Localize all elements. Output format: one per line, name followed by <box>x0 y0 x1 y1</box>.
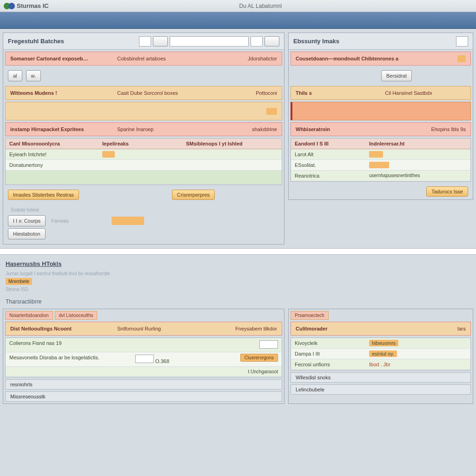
logo-blue-icon <box>8 3 15 9</box>
link-crisrer[interactable]: Crisrerperpres <box>172 190 215 200</box>
bottom-chip[interactable]: Mrembete <box>6 278 32 285</box>
footer-caption: Farreats <box>48 218 71 225</box>
bottom-left-grid: Colierons Fisnd nas 19 Mesavoneits Disra… <box>5 337 282 377</box>
toolbar-btn-a[interactable] <box>153 36 168 46</box>
left-row-2b <box>5 102 282 120</box>
bl-foot-0: resniohrls <box>5 379 282 390</box>
horizontal-divider <box>0 248 476 255</box>
br-row-0[interactable]: Kivoycleik hibeuomrs <box>291 338 470 349</box>
left-footer-label: Sodute tolieal <box>8 206 279 213</box>
bottom-right-grid: Kivoycleik hibeuomrs Dampa I IIt esiniul… <box>291 337 471 370</box>
left-sub-col-a: Canl Misorooonlycra <box>6 139 99 149</box>
left-sub-col-b: Iepelireaks <box>99 139 182 149</box>
br-foot-1: Lelincbubele <box>291 384 471 395</box>
bottom-right-row: Culitmorader Iars <box>291 322 471 336</box>
window-subtitle: Du AL Labatumnl <box>49 3 472 9</box>
bottom-sub1: Jurrae lurgait I eactrul thatbutt linol … <box>3 270 473 277</box>
bl-row-1[interactable]: Mesavoneits Disraba ar be losgelatictis.… <box>6 352 282 367</box>
left-panel-header: Fregestuhl Batches <box>3 33 284 50</box>
right-panel: Ebssunty Imaks Cousetdoann—mondnoult Chi… <box>288 33 473 200</box>
right-sub-hdr-a: Whbiseratroin <box>296 126 370 132</box>
input-b[interactable] <box>135 355 154 363</box>
brtab-0[interactable]: Prsamoectech <box>291 311 329 320</box>
right-sub-row-2[interactable]: Reanotrica usernhapusesnertintthes <box>291 171 470 181</box>
toolbar-input-b[interactable] <box>251 36 263 46</box>
bl-foot-1: Missreseousstk <box>5 391 282 402</box>
left-row-1-c3: Jdorshatictor <box>210 56 277 61</box>
left-row-1[interactable]: Somanser Cartonard exposeb… Cobsbindrel … <box>5 52 282 66</box>
left-sub-row-0-a: Eyiearh Intchrte! <box>6 149 99 159</box>
chip-icon <box>266 108 277 115</box>
br-row-2[interactable]: Fecrosi unfiorrs Ibod . Jbr <box>291 359 470 370</box>
left-sub-hdr-a: instamp Hirrapacket Expritees <box>10 126 117 132</box>
left-panel: Fregestuhl Batches Somanser Cartonard ex… <box>3 33 284 245</box>
left-sub-row-0[interactable]: Eyiearh Intchrte! <box>6 149 282 160</box>
right-tool-a[interactable] <box>456 36 468 46</box>
left-row-2[interactable]: Witteoms Mudens ! Casit Dube Sorcorol bo… <box>5 86 282 100</box>
right-row-1[interactable]: Cousetdoann—mondnoult Chibtenrones a <box>291 52 471 66</box>
right-row-1-c1: Cousetdoann—mondnoult Chibtenrones a <box>296 56 457 61</box>
bottom-right-panel: Prsamoectech Culitmorader Iars Kivoyclei… <box>288 309 473 404</box>
footer-btn-hiesta[interactable]: Hiestaboton <box>8 228 46 239</box>
right-sub-row-0[interactable]: Larot Alt <box>291 149 470 160</box>
right-sub-hdr: Whbiseratroin Ehopins Ibls 9s <box>291 122 471 136</box>
left-row-2-c1: Witteoms Mudens ! <box>10 90 117 96</box>
footer-chip <box>112 217 144 225</box>
right-sub-col-a: Eandont I S III <box>291 139 365 149</box>
right-subgrid: Eandont I S III Indnlerersar.ht Larot Al… <box>291 138 471 182</box>
right-panel-header: Ebssunty Imaks <box>289 33 473 50</box>
right-btn-bersidrat[interactable]: Bersidrat <box>381 70 412 81</box>
left-sub-row-1-a: Donatunertony <box>6 160 99 170</box>
right-row-2b <box>291 102 471 120</box>
bottom-left-panel: Noiarterbidoandion dvl Listooceulths Dis… <box>3 309 284 404</box>
toolbar-input-a[interactable] <box>139 36 151 46</box>
toolbar-search[interactable] <box>170 36 249 46</box>
left-footer: Sodute tolieal I I x: Courps Farreats Hi… <box>3 203 284 244</box>
bl-row-0[interactable]: Colierons Fisnd nas 19 <box>6 338 282 352</box>
right-row-2-c2: Cil Hansinel Sastbdx <box>351 90 466 96</box>
bottom-section: Hasernusbs HTokls Jurrae lurgait I eactr… <box>0 255 476 410</box>
input-a[interactable] <box>259 340 278 349</box>
link-imasles[interactable]: Imasles Stisterbes Restras <box>8 190 79 200</box>
left-sub-row-1[interactable]: Donatunertony <box>6 160 282 171</box>
footer-btn-courps[interactable]: I I x: Courps <box>8 215 46 226</box>
bl-row-2[interactable]: t Unchgansoot <box>6 367 282 377</box>
bottom-title: Hasernusbs HTokls <box>3 258 473 270</box>
left-sub-hdr-c: shakddrine <box>210 126 277 132</box>
btab-0[interactable]: Noiarterbidoandion <box>5 311 53 320</box>
left-btn-al[interactable]: al <box>8 70 22 81</box>
bottom-left-row: Dist Neitooultngs Ncoont Sntfornounl Rur… <box>5 322 282 336</box>
left-row-2-c2: Casit Dube Sorcorol boxes <box>117 90 210 96</box>
left-btn-w[interactable]: w. <box>26 70 41 81</box>
left-subgrid: Canl Misorooonlycra Iepelireaks SMsiblen… <box>5 138 282 185</box>
left-panel-title: Fregestuhl Batches <box>8 38 64 45</box>
bottom-sub3: Tharsractiibrre <box>3 298 473 306</box>
right-row-2[interactable]: Thils s Cil Hansinel Sastbdx <box>291 86 471 100</box>
left-sub-hdr: instamp Hirrapacket Expritees Sparine In… <box>5 122 282 136</box>
left-row-1-c2: Cobsbindrel artaboes <box>117 56 210 61</box>
app-title: Sturmas IC <box>17 2 49 9</box>
br-row-1[interactable]: Dampa I IIt esiniul oy. <box>291 349 470 359</box>
toolbar-btn-b[interactable] <box>264 36 279 46</box>
right-row-2-c1: Thils s <box>296 90 351 96</box>
left-links: Imasles Stisterbes Restras Crisrerperpre… <box>3 187 284 203</box>
left-row-1-c1: Somanser Cartonard exposeb… <box>10 56 117 61</box>
right-panel-title: Ebssunty Imaks <box>293 38 339 45</box>
ribbon <box>0 12 476 29</box>
warning-chip-icon <box>457 55 466 62</box>
right-sub-col-b: Indnlerersar.ht <box>365 139 470 149</box>
left-row-2-c3: Pottoconi <box>210 90 277 96</box>
left-sub-hdr-b: Sparine Inaroep <box>117 126 210 132</box>
btab-1[interactable]: dvl Listooceulths <box>55 311 98 320</box>
br-foot-0: Wllesdisl snoks <box>291 372 471 383</box>
bottom-sub2: Strona ISD <box>3 286 473 293</box>
title-bar: Sturmas IC Du AL Labatumnl <box>0 0 476 12</box>
right-sub-hdr-b: Ehopins Ibls 9s <box>370 126 466 132</box>
left-sub-row-2 <box>6 171 282 185</box>
btn-cluerer[interactable]: Cluererorgons <box>240 354 278 362</box>
left-sub-col-c: SMsiblenops I yt Ishled <box>182 139 282 149</box>
right-sub-row-1[interactable]: ESsoliiat. <box>291 160 470 171</box>
link-tadurocx[interactable]: Tadurocx Isse <box>426 186 468 197</box>
